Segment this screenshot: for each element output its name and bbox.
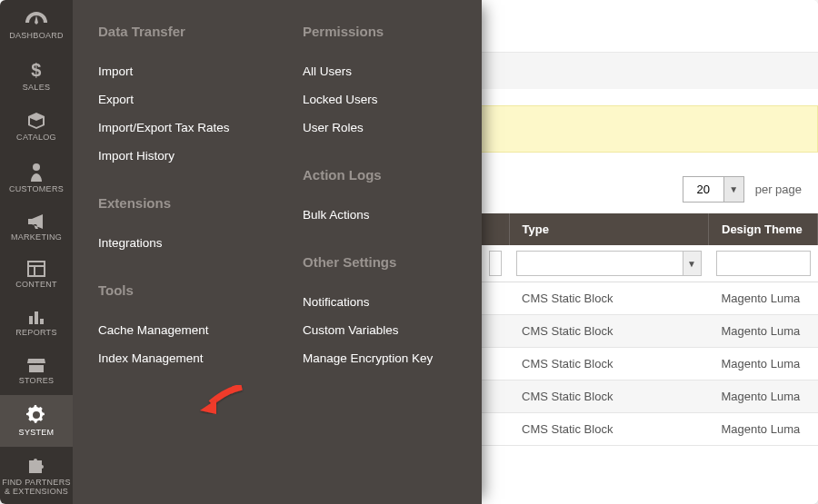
column-header-design-theme[interactable]: Design Theme [709,213,818,245]
rail-marketing[interactable]: MARKETING [0,203,73,252]
cell-type: CMS Static Block [509,413,709,446]
menu-all-users[interactable]: All Users [303,57,456,85]
megaphone-icon [26,213,46,230]
svg-rect-5 [29,316,33,324]
menu-index-management[interactable]: Index Management [98,344,252,372]
cell-type: CMS Static Block [509,348,709,380]
cell-type: CMS Static Block [509,315,709,348]
person-icon [29,162,44,182]
flyout-column-2: Permissions All Users Locked Users User … [277,24,482,486]
bars-icon [27,309,45,325]
rail-sales[interactable]: $ SALES [0,50,73,102]
puzzle-icon [26,457,46,475]
svg-point-1 [33,163,40,171]
menu-notifications[interactable]: Notifications [303,288,456,316]
rail-label: SALES [2,84,71,93]
system-message-banner[interactable] [482,105,818,153]
svg-rect-2 [28,262,45,276]
dollar-icon: $ [27,60,45,80]
cell-type: CMS Static Block [509,282,709,315]
rail-label: STORES [2,377,71,386]
cell-theme: Magento Luma [709,282,818,315]
section-heading: Extensions [98,195,252,211]
system-flyout-menu: Data Transfer Import Export Import/Expor… [73,0,482,504]
rail-label: CONTENT [2,281,71,290]
menu-import-export-tax-rates[interactable]: Import/Export Tax Rates [98,114,252,142]
pager: ▼ per page [482,153,818,213]
column-header-blank[interactable] [482,213,509,245]
layout-icon [27,261,45,277]
rail-reports[interactable]: REPORTS [0,299,73,347]
section-heading: Data Transfer [98,24,252,39]
dropdown-toggle[interactable]: ▼ [723,177,743,202]
rail-label: MARKETING [2,233,71,242]
menu-custom-variables[interactable]: Custom Variables [303,316,456,344]
rail-label: SYSTEM [2,429,71,438]
rail-label: REPORTS [2,329,71,338]
menu-locked-users[interactable]: Locked Users [303,85,456,114]
page-size-input[interactable] [683,177,723,202]
rail-label: CATALOG [2,133,71,143]
section-heading: Action Logs [303,167,456,183]
gauge-icon [25,10,48,28]
table-row[interactable]: CMS Static BlockMagento Luma [482,315,818,348]
section-heading: Tools [98,282,252,298]
storefront-icon [26,357,46,373]
cell-type: CMS Static Block [509,380,709,413]
menu-manage-encryption-key[interactable]: Manage Encryption Key [303,344,456,372]
svg-rect-7 [40,319,44,324]
gear-icon [26,405,46,425]
svg-text:$: $ [31,60,41,80]
rail-content[interactable]: CONTENT [0,251,73,299]
rail-label: CUSTOMERS [2,185,71,194]
filter-theme-input[interactable] [716,251,811,276]
menu-import-history[interactable]: Import History [98,142,252,170]
rail-dashboard[interactable]: DASHBOARD [0,0,73,50]
column-header-type[interactable]: Type [509,213,709,245]
box-icon [26,112,46,130]
cell-theme: Magento Luma [709,315,818,348]
cell-theme: Magento Luma [709,380,818,413]
flyout-column-1: Data Transfer Import Export Import/Expor… [73,24,277,486]
table-row[interactable]: CMS Static BlockMagento Luma [482,282,818,315]
cell-theme: Magento Luma [709,413,818,446]
data-grid: Type Design Theme ▼ CMS Static BlockMage… [482,213,818,446]
menu-export[interactable]: Export [98,85,252,114]
chevron-down-icon: ▼ [683,252,701,275]
section-heading: Permissions [303,24,456,39]
rail-customers[interactable]: CUSTOMERS [0,152,73,203]
menu-cache-management[interactable]: Cache Management [98,316,252,344]
menu-user-roles[interactable]: User Roles [303,114,456,142]
rail-catalog[interactable]: CATALOG [0,102,73,152]
page-size-control: ▼ [683,176,744,203]
filter-type-select[interactable]: ▼ [516,251,702,276]
rail-stores[interactable]: STORES [0,347,73,395]
table-row[interactable]: CMS Static BlockMagento Luma [482,380,818,413]
cell-theme: Magento Luma [709,348,818,380]
per-page-label: per page [755,183,802,196]
rail-label: FIND PARTNERS & EXTENSIONS [2,479,71,497]
table-row[interactable]: CMS Static BlockMagento Luma [482,348,818,380]
menu-import[interactable]: Import [98,57,252,85]
topbar [482,0,818,53]
menu-integrations[interactable]: Integrations [98,229,252,257]
filter-input[interactable] [489,251,502,276]
rail-label: DASHBOARD [2,32,71,41]
admin-left-rail: DASHBOARD $ SALES CATALOG CUSTOMERS MARK… [0,0,73,504]
svg-rect-6 [35,311,38,324]
rail-system[interactable]: SYSTEM [0,395,73,447]
menu-bulk-actions[interactable]: Bulk Actions [303,201,456,229]
main-content: ▼ per page Type Design Theme ▼ C [482,0,818,504]
chevron-down-icon: ▼ [729,184,738,194]
rail-partners[interactable]: FIND PARTNERS & EXTENSIONS [0,447,73,504]
section-heading: Other Settings [303,254,456,270]
table-row[interactable]: CMS Static BlockMagento Luma [482,413,818,446]
breadcrumb-band [482,53,818,89]
